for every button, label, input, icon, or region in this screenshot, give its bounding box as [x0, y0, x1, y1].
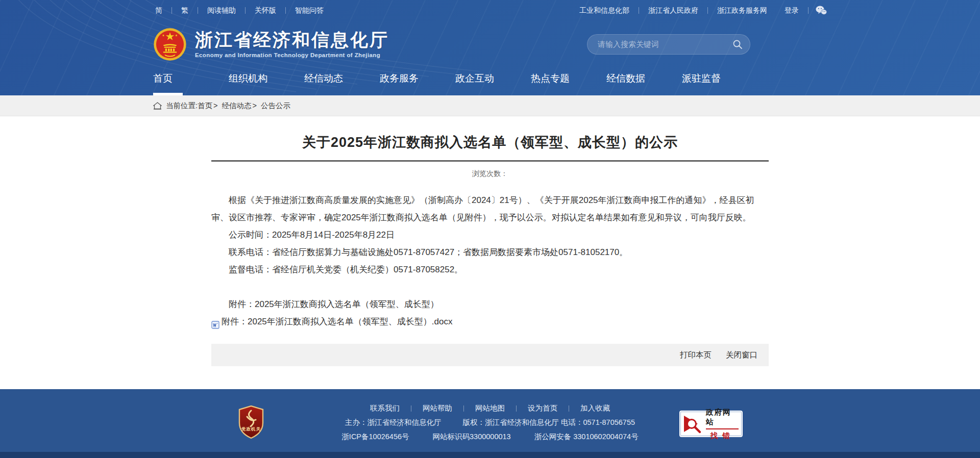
- divider: [411, 405, 411, 412]
- logo-row: 浙江省经济和信息化厅 Economy and Information Techn…: [0, 21, 980, 67]
- gov-site-label: 政府网站: [706, 408, 739, 429]
- doc-file-icon: [211, 318, 219, 326]
- nav-item-topics[interactable]: 热点专题: [531, 67, 606, 95]
- footer-links: 联系我们 网站帮助 网站地图 设为首页 加入收藏: [0, 389, 980, 413]
- divider: [569, 405, 569, 412]
- error-report-text: 政府网站 找错: [706, 408, 739, 441]
- breadcrumb-item-home[interactable]: 首页: [198, 101, 212, 111]
- footer-copyright: 版权：浙江省经济和信息化厅 电话：0571-87056755: [462, 418, 635, 427]
- topbar-link-simplified[interactable]: 简: [153, 6, 164, 15]
- article-title: 关于2025年浙江数商拟入选名单（领军型、成长型）的公示: [211, 116, 769, 151]
- views-count: 浏览次数：: [211, 168, 769, 179]
- topbar-link-zj-service[interactable]: 浙江政务服务网: [715, 6, 769, 15]
- breadcrumb-prefix: 当前位置:: [166, 101, 198, 111]
- national-emblem-logo: [153, 28, 187, 61]
- breadcrumb-separator: >: [253, 101, 257, 110]
- divider: [198, 7, 198, 14]
- nav-item-supervision[interactable]: 派驻监督: [682, 67, 757, 95]
- nav-item-home[interactable]: 首页: [153, 67, 229, 95]
- footer-registration-row: 浙ICP备10026456号 网站标识码3300000013 浙公网安备 330…: [0, 432, 980, 442]
- supervision-phone-line: 监督电话：省经信厅机关党委（机关纪委）0571-87058252。: [211, 261, 769, 278]
- home-icon: [153, 102, 162, 110]
- wechat-icon[interactable]: [816, 6, 827, 15]
- divider: [172, 7, 172, 14]
- footer-link-contact[interactable]: 联系我们: [367, 403, 403, 413]
- footer-link-sitemap[interactable]: 网站地图: [472, 403, 508, 413]
- search-input[interactable]: [598, 40, 732, 48]
- publicity-period-line: 公示时间：2025年8月14日-2025年8月22日: [211, 226, 769, 244]
- breadcrumb-separator: >: [213, 101, 217, 110]
- footer-bottom-strip: [0, 452, 980, 458]
- breadcrumb-item-news[interactable]: 经信动态: [222, 101, 252, 111]
- divider: [516, 405, 517, 412]
- contact-phone-line: 联系电话：省经信厅数据算力与基础设施处0571-87057427；省数据局数据要…: [211, 244, 769, 261]
- footer-host: 主办：浙江省经济和信息化厅: [345, 418, 442, 427]
- article: 关于2025年浙江数商拟入选名单（领军型、成长型）的公示 浏览次数： 根据《关于…: [211, 116, 769, 366]
- party-gov-badge[interactable]: 党政机关: [238, 405, 264, 439]
- main-navigation: 首页 组织机构 经信动态 政务服务 政企互动 热点专题 经信数据 派驻监督: [0, 67, 980, 95]
- divider: [245, 7, 246, 14]
- topbar-link-reading-aid[interactable]: 阅读辅助: [205, 6, 238, 15]
- attachment-link-line: 附件：2025年浙江数商拟入选名单（领军型、成长型）.docx: [211, 313, 769, 330]
- find-error-label: 找错: [706, 431, 739, 441]
- topbar-link-zj-gov[interactable]: 浙江省人民政府: [646, 6, 700, 15]
- site-footer: 联系我们 网站帮助 网站地图 设为首页 加入收藏 主办：浙江省经济和信息化厅 版…: [0, 389, 980, 458]
- nav-item-news[interactable]: 经信动态: [304, 67, 380, 95]
- topbar-right-links: 工业和信息化部 浙江省人民政府 浙江政务服务网 登录: [577, 6, 827, 15]
- site-header: 简 繁 阅读辅助 关怀版 智能问答 工业和信息化部 浙江省人民政府 浙江政务服务…: [0, 0, 980, 95]
- print-page-button[interactable]: 打印本页: [680, 350, 712, 361]
- article-paragraph: 根据《关于推进浙江数商高质量发展的实施意见》（浙制高办〔2024〕21号）、《关…: [211, 192, 769, 226]
- close-window-button[interactable]: 关闭窗口: [726, 350, 757, 361]
- topbar-left-links: 简 繁 阅读辅助 关怀版 智能问答: [153, 6, 326, 15]
- party-gov-badge-label: 党政机关: [238, 426, 264, 432]
- breadcrumb: 当前位置: 首页 > 经信动态 > 公告公示: [153, 95, 827, 116]
- page: 简 繁 阅读辅助 关怀版 智能问答 工业和信息化部 浙江省人民政府 浙江政务服务…: [0, 0, 980, 458]
- breadcrumb-bar: 当前位置: 首页 > 经信动态 > 公告公示: [0, 95, 980, 116]
- main-content: 关于2025年浙江数商拟入选名单（领军型、成长型）的公示 浏览次数： 根据《关于…: [0, 116, 980, 389]
- topbar-link-smart-qa[interactable]: 智能问答: [293, 6, 326, 15]
- print-bar: 打印本页 关闭窗口: [211, 344, 769, 366]
- divider: [808, 7, 808, 14]
- brand-text: 浙江省经济和信息化厅 Economy and Information Techn…: [195, 30, 389, 58]
- footer-link-help[interactable]: 网站帮助: [420, 403, 455, 413]
- nav-item-services[interactable]: 政务服务: [380, 67, 455, 95]
- topbar-link-miit[interactable]: 工业和信息化部: [577, 6, 631, 15]
- divider: [639, 7, 639, 14]
- footer-info-row: 主办：浙江省经济和信息化厅 版权：浙江省经济和信息化厅 电话：0571-8705…: [0, 418, 980, 427]
- title-rule: [211, 160, 769, 162]
- nav-item-interaction[interactable]: 政企互动: [455, 67, 531, 95]
- site-title-english: Economy and Information Technology Depar…: [195, 52, 389, 58]
- site-brand[interactable]: 浙江省经济和信息化厅 Economy and Information Techn…: [153, 28, 389, 61]
- footer-link-favorite[interactable]: 加入收藏: [577, 403, 613, 413]
- attachment-download-link[interactable]: 附件：2025年浙江数商拟入选名单（领军型、成长型）.docx: [222, 313, 452, 330]
- divider: [707, 7, 708, 14]
- search-icon[interactable]: [732, 39, 743, 49]
- search-box[interactable]: [587, 34, 750, 55]
- divider: [463, 405, 464, 412]
- article-body: 根据《关于推进浙江数商高质量发展的实施意见》（浙制高办〔2024〕21号）、《关…: [211, 192, 769, 330]
- attachment-title: 附件：2025年浙江数商拟入选名单（领军型、成长型）: [211, 296, 769, 313]
- nav-item-data[interactable]: 经信数据: [606, 67, 682, 95]
- top-utility-bar: 简 繁 阅读辅助 关怀版 智能问答 工业和信息化部 浙江省人民政府 浙江政务服务…: [0, 0, 980, 21]
- divider: [285, 7, 286, 14]
- footer-site-code: 网站标识码3300000013: [433, 432, 511, 442]
- breadcrumb-item-notices[interactable]: 公告公示: [261, 101, 290, 111]
- topbar-link-care-version[interactable]: 关怀版: [253, 6, 278, 15]
- topbar-link-traditional[interactable]: 繁: [179, 6, 190, 15]
- footer-link-set-home[interactable]: 设为首页: [525, 403, 560, 413]
- gov-site-error-report-badge[interactable]: 政府网站 找错: [678, 410, 744, 438]
- error-report-icon: [682, 414, 703, 434]
- nav-item-organization[interactable]: 组织机构: [229, 67, 304, 95]
- site-title: 浙江省经济和信息化厅: [195, 30, 389, 49]
- footer-police-record: 浙公网安备 33010602004074号: [534, 432, 639, 442]
- footer-icp: 浙ICP备10026456号: [341, 432, 409, 442]
- login-button[interactable]: 登录: [782, 6, 801, 15]
